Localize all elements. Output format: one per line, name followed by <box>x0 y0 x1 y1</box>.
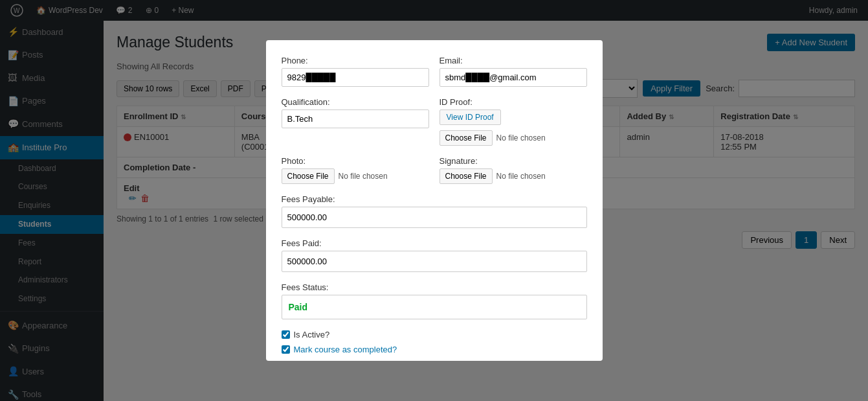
fees-paid-label: Fees Paid: <box>282 238 587 248</box>
email-label: Email: <box>440 56 587 65</box>
mark-completed-row: Mark course as completed? <box>282 345 587 354</box>
photo-signature-row: Photo: Choose File No file chosen Signat… <box>282 156 587 184</box>
fees-paid-section: Fees Paid: <box>282 238 587 272</box>
phone-group: Phone: <box>282 56 429 87</box>
fees-status-value: Paid <box>282 295 587 319</box>
photo-label: Photo: <box>282 156 429 166</box>
fees-payable-section: Fees Payable: <box>282 194 587 228</box>
qualification-input[interactable] <box>282 109 429 128</box>
phone-email-row: Phone: Email: <box>282 56 587 87</box>
phone-input[interactable] <box>282 68 429 87</box>
choose-file-idproof-button[interactable]: Choose File <box>440 130 493 146</box>
qualification-group: Qualification: <box>282 97 429 146</box>
is-active-checkbox[interactable] <box>282 330 290 339</box>
fees-payable-label: Fees Payable: <box>282 194 587 204</box>
fees-status-label: Fees Status: <box>282 282 587 292</box>
is-active-row: Is Active? <box>282 330 587 339</box>
modal-box: Phone: Email: Qualification: ID Proof: V… <box>266 40 603 361</box>
email-group: Email: <box>440 56 587 87</box>
phone-label: Phone: <box>282 56 429 65</box>
no-file-idproof-text: No file chosen <box>496 133 546 143</box>
fees-payable-input[interactable] <box>282 207 587 228</box>
fees-status-section: Fees Status: Paid <box>282 282 587 319</box>
no-file-signature-text: No file chosen <box>496 172 546 181</box>
email-input[interactable] <box>440 68 587 87</box>
choose-file-signature-button[interactable]: Choose File <box>440 168 493 184</box>
qualification-label: Qualification: <box>282 97 429 107</box>
view-id-proof-button[interactable]: View ID Proof <box>440 109 501 125</box>
idproof-label: ID Proof: <box>440 97 587 107</box>
choose-file-photo-button[interactable]: Choose File <box>282 168 335 184</box>
mark-completed-checkbox[interactable] <box>282 345 290 354</box>
no-file-photo-text: No file chosen <box>339 172 388 181</box>
mark-completed-label: Mark course as completed? <box>294 345 397 354</box>
photo-group: Photo: Choose File No file chosen <box>282 156 429 184</box>
modal-overlay: Phone: Email: Qualification: ID Proof: V… <box>0 0 868 401</box>
is-active-label: Is Active? <box>294 330 330 339</box>
signature-group: Signature: Choose File No file chosen <box>440 156 587 184</box>
idproof-group: ID Proof: View ID Proof Choose File No f… <box>440 97 587 146</box>
signature-label: Signature: <box>440 156 587 166</box>
qualification-idproof-row: Qualification: ID Proof: View ID Proof C… <box>282 97 587 146</box>
fees-paid-input[interactable] <box>282 251 587 272</box>
